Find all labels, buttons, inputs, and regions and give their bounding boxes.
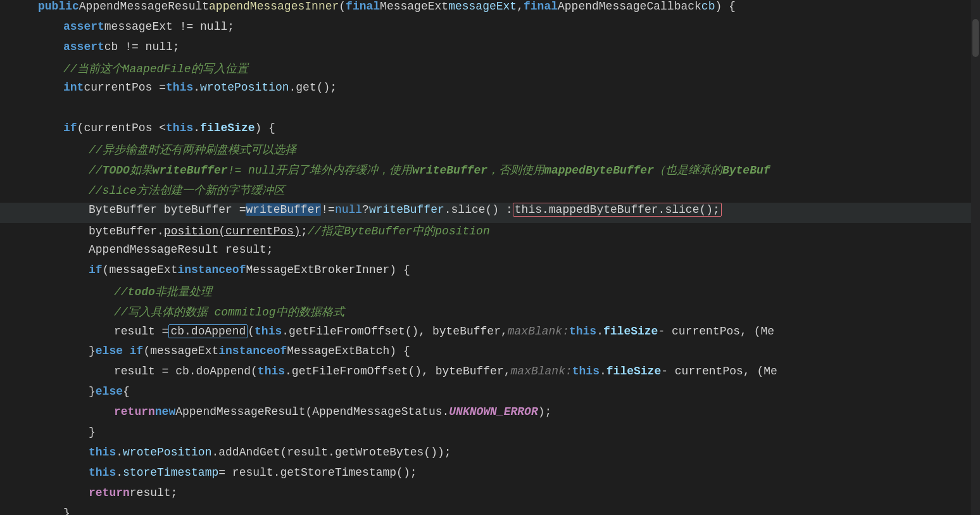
code-line-15: //todo 非批量处理 <box>0 284 980 304</box>
code-line-3: assert cb != null; <box>0 41 980 61</box>
code-line-1: public AppendMessageResult appendMessage… <box>0 0 980 20</box>
code-line-21: return new AppendMessageResult(AppendMes… <box>0 405 980 426</box>
boxed-dobappend: cb.doAppend <box>168 324 248 338</box>
code-line-26: } <box>0 507 980 515</box>
code-line-23: this.wrotePosition.addAndGet(result.getW… <box>0 446 980 466</box>
code-editor: public AppendMessageResult appendMessage… <box>0 0 980 515</box>
boxed-mapped-bytebuffer: this.mappedByteBuffer.slice(); <box>513 203 722 217</box>
code-line-11: ByteBuffer byteBuffer = writeBuffer != n… <box>0 203 980 223</box>
code-line-5: int currentPos = this.wrotePosition.get(… <box>0 81 980 101</box>
code-line-2: assert messageExt != null; <box>0 20 980 41</box>
code-line-13: AppendMessageResult result; <box>0 243 980 264</box>
code-line-25: return result; <box>0 486 980 507</box>
code-line-19: result = cb.doAppend(this.getFileFromOff… <box>0 365 980 385</box>
keyword-public: public <box>38 0 79 13</box>
code-line-17: result = cb.doAppend(this.getFileFromOff… <box>0 324 980 345</box>
scrollbar-thumb[interactable] <box>972 19 979 57</box>
code-line-8: //异步输盘时还有两种刷盘模式可以选择 <box>0 142 980 162</box>
code-line-6 <box>0 101 980 122</box>
code-line-16: //写入具体的数据 commitlog中的数据格式 <box>0 304 980 324</box>
code-line-10: //slice方法创建一个新的字节缓冲区 <box>0 182 980 203</box>
code-line-14: if (messageExt instanceof MessageExtBrok… <box>0 264 980 284</box>
code-line-12: byteBuffer.position(currentPos);//指定Byte… <box>0 223 980 243</box>
code-line-18: } else if (messageExt instanceof Message… <box>0 345 980 365</box>
code-line-22: } <box>0 426 980 446</box>
keyword-assert-1: assert <box>63 20 104 33</box>
code-line-7: if (currentPos < this.fileSize) { <box>0 122 980 142</box>
code-line-9: //TODO 如果writeBuffer!= null开启了堆外内存缓冲，使用w… <box>0 162 980 182</box>
code-line-24: this.storeTimestamp = result.getStoreTim… <box>0 466 980 486</box>
keyword-assert-2: assert <box>63 41 104 53</box>
vertical-scrollbar[interactable] <box>971 0 980 515</box>
code-line-20: } else { <box>0 385 980 405</box>
code-line-4: //当前这个MaapedFile的写入位置 <box>0 61 980 81</box>
selected-writebuffer: writeBuffer <box>246 203 321 216</box>
